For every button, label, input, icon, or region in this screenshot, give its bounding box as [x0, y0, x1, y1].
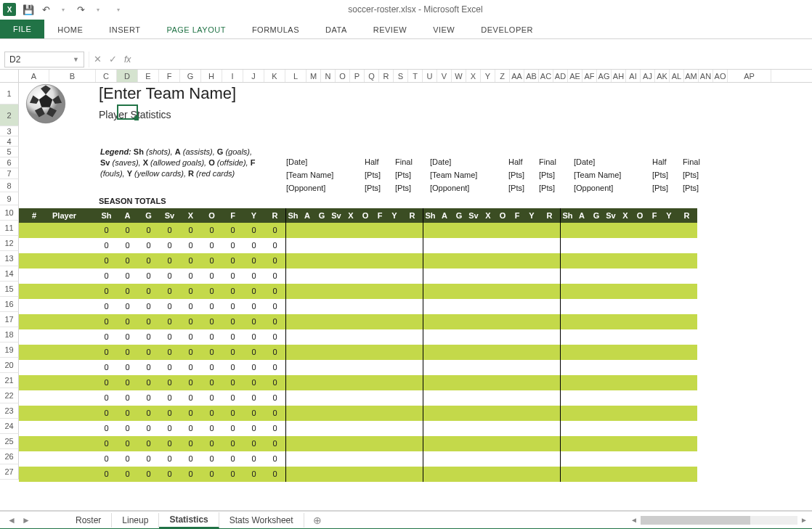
row-header-3[interactable]: 3: [0, 126, 19, 136]
table-row[interactable]: 000000000: [19, 360, 697, 375]
col-header-B[interactable]: B: [49, 70, 96, 82]
undo-icon[interactable]: ↶: [41, 4, 51, 15]
col-header-S[interactable]: S: [394, 70, 408, 82]
row-header-6[interactable]: 6: [0, 157, 19, 168]
tab-view[interactable]: VIEW: [420, 21, 468, 38]
sheet-next-icon[interactable]: ►: [22, 515, 31, 525]
col-header-AE[interactable]: AE: [568, 70, 582, 82]
row-header-8[interactable]: 8: [0, 179, 19, 192]
col-header-AJ[interactable]: AJ: [641, 70, 655, 82]
table-row[interactable]: 000000000: [19, 314, 697, 329]
col-header-AN[interactable]: AN: [699, 70, 713, 82]
sheet-tab-stats-worksheet[interactable]: Stats Worksheet: [219, 513, 304, 528]
col-header-Z[interactable]: Z: [495, 70, 510, 82]
tab-insert[interactable]: INSERT: [96, 21, 153, 38]
col-header-AL[interactable]: AL: [670, 70, 684, 82]
col-header-Y[interactable]: Y: [481, 70, 495, 82]
match-header-0[interactable]: [Date]HalfFinal[Team Name][Pts][Pts][Opp…: [286, 155, 426, 194]
tab-review[interactable]: REVIEW: [360, 21, 420, 38]
horizontal-scrollbar[interactable]: ◄ ►: [630, 516, 812, 525]
col-header-AB[interactable]: AB: [524, 70, 539, 82]
col-header-O[interactable]: O: [336, 70, 350, 82]
col-header-AP[interactable]: AP: [728, 70, 771, 82]
redo-dropdown-icon[interactable]: ▾: [93, 4, 103, 15]
formula-input[interactable]: [139, 52, 808, 67]
row-headers[interactable]: 1234567891011121314151617181920212223242…: [0, 83, 19, 511]
redo-icon[interactable]: ↷: [76, 4, 86, 15]
col-header-D[interactable]: D: [117, 70, 138, 82]
col-header-U[interactable]: U: [423, 70, 437, 82]
row-header-21[interactable]: 21: [0, 373, 19, 388]
row-header-14[interactable]: 14: [0, 266, 19, 282]
row-header-7[interactable]: 7: [0, 168, 19, 179]
col-header-AK[interactable]: AK: [655, 70, 670, 82]
tab-file[interactable]: FILE: [0, 20, 44, 38]
col-header-V[interactable]: V: [437, 70, 452, 82]
name-box-dropdown-icon[interactable]: ▼: [73, 56, 79, 63]
col-header-Q[interactable]: Q: [365, 70, 379, 82]
col-header-M[interactable]: M: [306, 70, 321, 82]
col-header-I[interactable]: I: [222, 70, 243, 82]
worksheet-grid[interactable]: ABCDEFGHIJKLMNOPQRSTUVWXYZAAABACADAEAFAG…: [0, 70, 812, 511]
table-row[interactable]: 000000000: [19, 436, 697, 451]
row-header-9[interactable]: 9: [0, 192, 19, 205]
row-header-24[interactable]: 24: [0, 419, 19, 434]
row-header-4[interactable]: 4: [0, 136, 19, 147]
table-row[interactable]: 000000000: [19, 375, 697, 390]
team-title[interactable]: [Enter Team Name]: [99, 84, 236, 103]
row-header-16[interactable]: 16: [0, 297, 19, 312]
col-header-P[interactable]: P: [350, 70, 365, 82]
table-row[interactable]: 000000000: [19, 345, 697, 360]
table-row[interactable]: 000000000: [19, 268, 697, 284]
col-header-AF[interactable]: AF: [582, 70, 597, 82]
row-header-26[interactable]: 26: [0, 449, 19, 464]
enter-icon[interactable]: ✓: [109, 54, 117, 65]
row-header-2[interactable]: 2: [0, 104, 19, 126]
row-header-27[interactable]: 27: [0, 464, 19, 480]
col-header-J[interactable]: J: [243, 70, 264, 82]
row-header-10[interactable]: 10: [0, 205, 19, 221]
col-header-L[interactable]: L: [285, 70, 306, 82]
sheet-nav-arrows[interactable]: ◄ ►: [0, 515, 65, 525]
col-header-E[interactable]: E: [138, 70, 159, 82]
row-header-15[interactable]: 15: [0, 282, 19, 297]
col-header-AH[interactable]: AH: [612, 70, 626, 82]
qat-customize-icon[interactable]: ▾: [113, 4, 123, 15]
sheet-tab-roster[interactable]: Roster: [65, 513, 112, 528]
col-header-G[interactable]: G: [180, 70, 201, 82]
col-header-T[interactable]: T: [408, 70, 423, 82]
scroll-left-icon[interactable]: ◄: [630, 516, 638, 524]
tab-page-layout[interactable]: PAGE LAYOUT: [153, 21, 239, 38]
page-subtitle[interactable]: Player Statistics: [99, 109, 171, 120]
undo-dropdown-icon[interactable]: ▾: [58, 4, 68, 15]
table-row[interactable]: 000000000: [19, 406, 697, 421]
table-row[interactable]: 000000000: [19, 253, 697, 268]
row-header-13[interactable]: 13: [0, 251, 19, 266]
cancel-icon[interactable]: ✕: [94, 54, 102, 65]
tab-home[interactable]: HOME: [44, 21, 96, 38]
match-header-1[interactable]: [Date]HalfFinal[Team Name][Pts][Pts][Opp…: [430, 155, 569, 194]
table-row[interactable]: 000000000: [19, 451, 697, 467]
row-header-20[interactable]: 20: [0, 358, 19, 373]
col-header-K[interactable]: K: [264, 70, 285, 82]
fx-icon[interactable]: fx: [124, 54, 131, 65]
sheet-tab-statistics[interactable]: Statistics: [159, 512, 219, 528]
scroll-right-icon[interactable]: ►: [800, 516, 808, 524]
save-icon[interactable]: 💾: [23, 4, 33, 15]
col-header-A[interactable]: A: [19, 70, 49, 82]
sheet-prev-icon[interactable]: ◄: [7, 515, 16, 525]
table-row[interactable]: 000000000: [19, 299, 697, 314]
row-header-19[interactable]: 19: [0, 343, 19, 358]
col-header-AI[interactable]: AI: [626, 70, 641, 82]
row-header-23[interactable]: 23: [0, 403, 19, 419]
col-header-AG[interactable]: AG: [597, 70, 612, 82]
select-all-corner[interactable]: [0, 70, 19, 82]
col-header-X[interactable]: X: [466, 70, 481, 82]
table-row[interactable]: 000000000: [19, 467, 697, 482]
table-row[interactable]: 000000000: [19, 390, 697, 406]
col-header-AO[interactable]: AO: [713, 70, 728, 82]
col-header-N[interactable]: N: [321, 70, 336, 82]
row-header-12[interactable]: 12: [0, 236, 19, 251]
row-header-18[interactable]: 18: [0, 327, 19, 343]
row-header-25[interactable]: 25: [0, 434, 19, 449]
